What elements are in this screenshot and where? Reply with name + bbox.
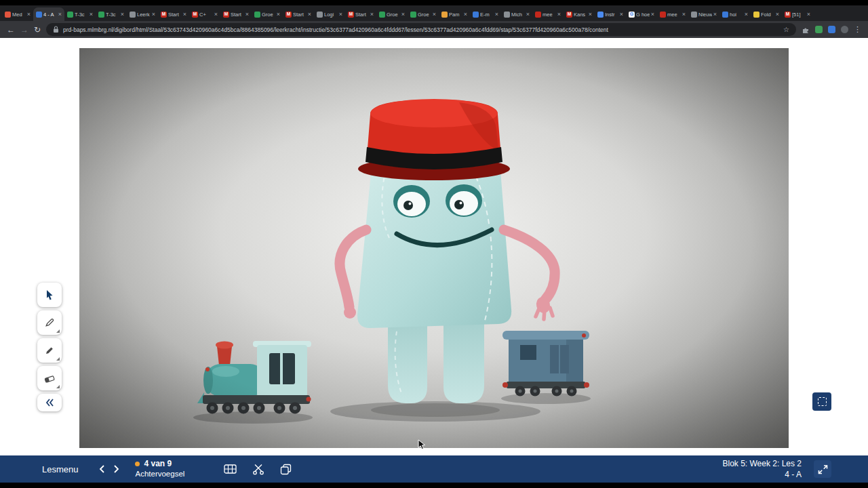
tab-close-icon[interactable]: × xyxy=(339,12,342,18)
tab-close-icon[interactable]: × xyxy=(214,12,218,18)
tab-close-icon[interactable]: × xyxy=(464,12,467,18)
tab-close-icon[interactable]: × xyxy=(713,12,717,18)
tab-close-icon[interactable]: × xyxy=(370,12,374,18)
collapse-toolbar-button[interactable] xyxy=(37,394,62,411)
browser-tab[interactable]: 4 - A × xyxy=(33,7,64,21)
tab-close-icon[interactable]: × xyxy=(308,12,311,18)
tab-favicon xyxy=(660,12,666,18)
browser-tab[interactable]: M Start × xyxy=(220,7,252,21)
browser-tab[interactable]: Logi × xyxy=(314,7,345,21)
tab-label: Leerk xyxy=(137,12,151,18)
mouse-cursor xyxy=(418,439,427,453)
browser-tab[interactable]: Instr × xyxy=(595,7,626,21)
back-icon[interactable]: ← xyxy=(7,26,15,34)
extensions-puzzle-icon[interactable] xyxy=(802,26,810,34)
tab-close-icon[interactable]: × xyxy=(682,12,686,18)
pencil-tool-button[interactable] xyxy=(37,310,62,335)
tab-close-icon[interactable]: × xyxy=(58,12,62,18)
tab-close-icon[interactable]: × xyxy=(433,12,436,18)
tab-close-icon[interactable]: × xyxy=(495,12,498,18)
whiteboard-tool-button[interactable] xyxy=(224,464,237,474)
bookmark-star-icon[interactable]: ☆ xyxy=(783,26,789,33)
tab-close-icon[interactable]: × xyxy=(526,12,530,18)
tab-favicon xyxy=(722,12,728,18)
profile-avatar[interactable] xyxy=(841,26,848,33)
tab-favicon-letter: G xyxy=(630,12,633,17)
browser-tab[interactable]: T-3c × xyxy=(96,7,127,21)
annotation-toolbar xyxy=(37,283,62,411)
browser-tab[interactable]: Nieuw × xyxy=(688,7,719,21)
tab-close-icon[interactable]: × xyxy=(745,12,748,18)
tab-favicon xyxy=(130,12,136,18)
browser-tab[interactable]: M [51] × xyxy=(782,7,813,21)
browser-tab[interactable]: M Start × xyxy=(158,7,189,21)
selection-frame-button[interactable] xyxy=(812,392,831,411)
double-chevron-left-icon xyxy=(44,398,55,407)
tab-label: Start xyxy=(231,12,244,18)
copy-tool-button[interactable] xyxy=(280,464,292,475)
tab-label: T-3c xyxy=(75,12,88,18)
browser-tab[interactable]: G G hoe × xyxy=(626,7,657,21)
chevron-right-icon xyxy=(113,464,120,474)
tab-label: Start xyxy=(293,12,307,18)
lesson-stage[interactable] xyxy=(79,48,789,448)
scissors-tool-button[interactable] xyxy=(252,464,264,475)
tab-close-icon[interactable]: × xyxy=(245,12,249,18)
tab-close-icon[interactable]: × xyxy=(90,12,93,18)
browser-tab[interactable]: Mich × xyxy=(501,7,532,21)
forward-icon[interactable]: → xyxy=(20,26,28,34)
extension-icon-blue[interactable] xyxy=(828,26,835,33)
extension-icon-green[interactable] xyxy=(815,26,823,33)
tab-label: [51] xyxy=(792,12,806,18)
tab-close-icon[interactable]: × xyxy=(401,12,405,18)
tab-favicon-letter: M xyxy=(349,12,353,17)
url-bar[interactable]: prd-baps.mlmbrg.nl/digibord/html/Staal/5… xyxy=(46,23,796,36)
tab-favicon-letter: M xyxy=(568,12,571,17)
browser-tab[interactable]: T-3c × xyxy=(64,7,96,21)
tab-close-icon[interactable]: × xyxy=(620,12,623,18)
tab-close-icon[interactable]: × xyxy=(651,12,654,18)
cursor-tool-button[interactable] xyxy=(37,283,62,307)
tab-close-icon[interactable]: × xyxy=(27,12,31,18)
tab-close-icon[interactable]: × xyxy=(121,12,124,18)
tab-label: Pam xyxy=(449,12,462,18)
marker-icon xyxy=(44,345,55,356)
browser-tab[interactable]: Groe × xyxy=(408,7,439,21)
eraser-tool-button[interactable] xyxy=(37,366,62,390)
browser-tab[interactable]: Groe × xyxy=(252,7,283,21)
prev-step-button[interactable] xyxy=(94,462,109,476)
tab-close-icon[interactable]: × xyxy=(277,12,280,18)
tab-close-icon[interactable]: × xyxy=(589,12,592,18)
browser-tab[interactable]: M Start × xyxy=(345,7,376,21)
browser-tab[interactable]: E-m × xyxy=(470,7,501,21)
dashed-frame-icon xyxy=(818,397,827,406)
lesmenu-button[interactable]: Lesmenu xyxy=(42,464,78,474)
tab-close-icon[interactable]: × xyxy=(807,12,810,18)
reload-icon[interactable]: ↻ xyxy=(34,26,41,34)
browser-tab[interactable]: M Start × xyxy=(283,7,314,21)
tab-favicon xyxy=(691,12,697,18)
browser-tab[interactable]: mee × xyxy=(532,7,564,21)
browser-tab[interactable]: M Kans × xyxy=(564,7,595,21)
browser-tab[interactable]: Groe × xyxy=(376,7,408,21)
browser-tab[interactable]: Med × xyxy=(2,7,33,21)
browser-tab[interactable]: Pam × xyxy=(439,7,470,21)
browser-menu-icon[interactable]: ⋮ xyxy=(854,26,861,33)
tab-favicon-letter: M xyxy=(786,12,789,17)
next-step-button[interactable] xyxy=(109,462,124,476)
browser-tab[interactable]: hoi × xyxy=(719,7,751,21)
tab-label: Start xyxy=(355,12,369,18)
browser-tab[interactable]: Fold × xyxy=(751,7,782,21)
marker-tool-button[interactable] xyxy=(37,338,62,363)
tab-favicon: M xyxy=(566,12,572,18)
browser-tab[interactable]: M C+ × xyxy=(189,7,220,21)
tab-close-icon[interactable]: × xyxy=(557,12,561,18)
url-text: prd-baps.mlmbrg.nl/digibord/html/Staal/5… xyxy=(63,26,779,33)
fullscreen-button[interactable] xyxy=(814,460,831,478)
tab-close-icon[interactable]: × xyxy=(152,12,155,18)
tab-close-icon[interactable]: × xyxy=(776,12,779,18)
browser-tab[interactable]: Leerk × xyxy=(127,7,158,21)
tab-close-icon[interactable]: × xyxy=(183,12,186,18)
tab-favicon-letter: M xyxy=(162,12,165,17)
browser-tab[interactable]: mee × xyxy=(657,7,688,21)
